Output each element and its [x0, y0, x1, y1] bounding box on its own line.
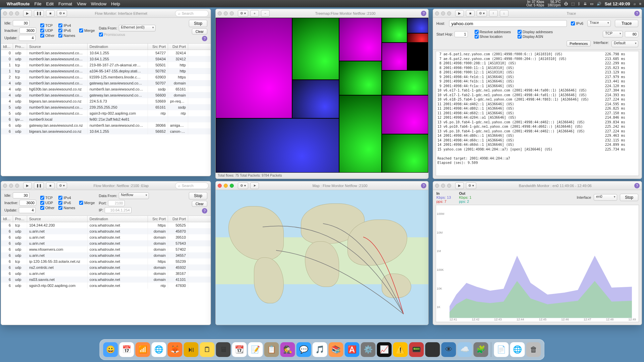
- dock-app-icon[interactable]: ☁️: [458, 342, 472, 357]
- close-icon[interactable]: [218, 184, 222, 188]
- menu-window[interactable]: Window: [91, 1, 106, 6]
- menu-file[interactable]: File: [35, 1, 42, 6]
- cb-ipv6[interactable]: IPv6: [58, 201, 75, 205]
- clear-button[interactable]: Clear: [192, 28, 207, 35]
- table-row[interactable]: 6udpgateway.lan.seaviewsound.co.nznumber…: [1, 122, 211, 128]
- interface-select[interactable]: Default: [611, 41, 638, 47]
- host-input[interactable]: [449, 20, 567, 27]
- locate-button[interactable]: ➤: [250, 182, 259, 189]
- volume-icon[interactable]: 🔊: [597, 2, 601, 6]
- table-row[interactable]: 0udpnumber9.lan.seaviewsound.co…10.64.1.…: [1, 56, 211, 62]
- cb-ipv6[interactable]: IPv6: [571, 21, 583, 25]
- power-icon[interactable]: ⏻: [564, 2, 568, 6]
- dock-app-icon[interactable]: 🌐: [510, 342, 525, 357]
- port-field[interactable]: [108, 200, 125, 206]
- dock-app-icon[interactable]: ⚙️: [361, 342, 376, 357]
- dock-app-icon[interactable]: 📚: [329, 342, 343, 357]
- dock-app-icon[interactable]: 🌐: [152, 342, 166, 357]
- table-row[interactable]: 6tcpip-120-136-55-33.solarix.net.nzcora.…: [1, 258, 211, 264]
- treemap-canvas[interactable]: [216, 18, 428, 173]
- clear-button[interactable]: Clear: [192, 201, 207, 207]
- cb-promisc[interactable]: Promiscuous: [99, 33, 156, 37]
- dock-app-icon[interactable]: 📄: [494, 342, 509, 357]
- table-row[interactable]: 2tcpnumber9.lan.seaviewsound.co…li1599-1…: [1, 74, 211, 80]
- dock-app-icon[interactable]: 🖥: [216, 342, 231, 357]
- datasource-select[interactable]: Ethernet (en0): [119, 25, 156, 32]
- cb-dispaddr[interactable]: Display addresses: [518, 30, 553, 34]
- ip-field[interactable]: [105, 207, 131, 213]
- dock-app-icon[interactable]: 🧩: [474, 342, 488, 357]
- trace-button[interactable]: Trace: [615, 20, 638, 27]
- play-button[interactable]: ▶: [455, 182, 464, 189]
- table-header[interactable]: Idle ▲Pro…SourceDestinationSrc PortDst P…: [1, 216, 211, 222]
- gear-button[interactable]: ⚙ ▾: [477, 10, 487, 17]
- stop-button[interactable]: ■: [46, 10, 55, 17]
- table-row[interactable]: 6udpu.arin.netcora.whatroute.netdomain39…: [1, 234, 211, 240]
- protocol-select[interactable]: TCP: [603, 31, 623, 38]
- dock-app-icon[interactable]: 🕵️: [280, 342, 295, 357]
- stop-button[interactable]: ■: [466, 10, 475, 17]
- action-select[interactable]: Trace: [587, 20, 611, 27]
- cb-other[interactable]: Other: [40, 206, 55, 210]
- down-button[interactable]: ↓: [500, 10, 508, 17]
- app-name[interactable]: WhatRoute: [7, 1, 30, 6]
- cb-merge[interactable]: Merge: [79, 201, 95, 205]
- cb-names[interactable]: Names: [58, 206, 75, 210]
- menu-help[interactable]: Help: [111, 1, 120, 6]
- table-row[interactable]: 6udpbigears.lan.seaviewsound.co.nz10.64.…: [1, 128, 211, 134]
- cb-asn[interactable]: Display ASN: [518, 35, 553, 39]
- minimize-icon[interactable]: [224, 11, 228, 15]
- port-field[interactable]: [625, 31, 638, 37]
- play-button[interactable]: ▶: [455, 10, 464, 17]
- minimize-icon[interactable]: [224, 184, 228, 188]
- table-row[interactable]: 4udpnumber9.lan.seaviewsound.co…gateway.…: [1, 92, 211, 98]
- add-button[interactable]: ＋: [250, 10, 259, 17]
- titlebar[interactable]: ⚙ ▾ ➤ Map : Flow Monitor Netflow :2100 ?: [216, 181, 428, 190]
- cb-tcp[interactable]: TCP: [40, 23, 55, 27]
- starthop-field[interactable]: [454, 31, 468, 37]
- bandwidth-chart[interactable]: 100M 10M 1M 100K 10K 1K 12:4112:4212:431…: [436, 205, 639, 322]
- dock-app-icon[interactable]: 📟: [409, 342, 424, 357]
- dock-app-icon[interactable]: ⚠️: [393, 342, 408, 357]
- battery-icon[interactable]: ▭: [590, 2, 593, 6]
- remove-button[interactable]: －: [261, 10, 270, 17]
- search-input[interactable]: Search: [175, 10, 209, 17]
- menu-format[interactable]: Format: [58, 1, 72, 6]
- dock-app-icon[interactable]: 😀: [103, 342, 118, 357]
- dock-app-icon[interactable]: 📅: [119, 342, 134, 357]
- zoom-icon[interactable]: [15, 184, 19, 188]
- gear-button[interactable]: ⚙ ▾: [466, 182, 476, 189]
- menu-edit[interactable]: Edit: [46, 1, 54, 6]
- table-row[interactable]: 6ipv6-i…number9.localfe80::21e:2aff:feb2…: [1, 116, 211, 122]
- table-row[interactable]: 6udpu.arin.netcora.whatroute.netdomain45…: [1, 228, 211, 234]
- update-field[interactable]: [19, 207, 36, 213]
- dropbox-icon[interactable]: ⬚: [571, 2, 575, 6]
- cb-ipv6[interactable]: IPv6: [58, 28, 75, 33]
- help-icon[interactable]: ?: [202, 36, 207, 41]
- pause-button[interactable]: ❚❚: [34, 182, 44, 189]
- table-header[interactable]: Idle ▲Pro…SourceDestinationSrc PortDst P…: [1, 44, 211, 50]
- help-icon[interactable]: ?: [421, 183, 426, 188]
- dock-app-icon[interactable]: 📈: [377, 342, 392, 357]
- table-row[interactable]: 6tcp104.244.42.200cora.whatroute.nethttp…: [1, 222, 211, 228]
- clock[interactable]: Sat 12:49:09: [605, 1, 630, 6]
- dock-app-icon[interactable]: 📆: [232, 342, 247, 357]
- flow-table[interactable]: Idle ▲Pro…SourceDestinationSrc PortDst P…: [1, 44, 211, 176]
- play-button[interactable]: ▶: [23, 182, 32, 189]
- zoom-icon[interactable]: [447, 11, 451, 15]
- cb-ipv4[interactable]: IPv4: [58, 196, 75, 200]
- help-icon[interactable]: ?: [634, 11, 640, 16]
- table-row[interactable]: 1tcpnumber9.lan.seaviewsound.co…219-88-1…: [1, 62, 211, 68]
- spotlight-icon[interactable]: ⌕: [634, 2, 636, 6]
- minimize-icon[interactable]: [441, 184, 445, 188]
- wifi-icon[interactable]: ⇊: [584, 2, 587, 6]
- zoom-icon[interactable]: [230, 184, 234, 188]
- bluetooth-icon[interactable]: ᛒ: [578, 2, 580, 6]
- minimize-icon[interactable]: [441, 11, 445, 15]
- cb-udp[interactable]: UDP: [40, 201, 55, 205]
- dock-app-icon[interactable]: 🅰️: [345, 342, 360, 357]
- titlebar[interactable]: ▶ ⚙ ▾ Bandwidth Monitor : en0 11:49:06 -…: [433, 181, 642, 190]
- cb-udp[interactable]: UDP: [40, 28, 55, 33]
- table-row[interactable]: 6udpwww.nfoservers.comcora.whatroute.net…: [1, 246, 211, 252]
- dock-app-icon[interactable]: 📶: [136, 342, 150, 357]
